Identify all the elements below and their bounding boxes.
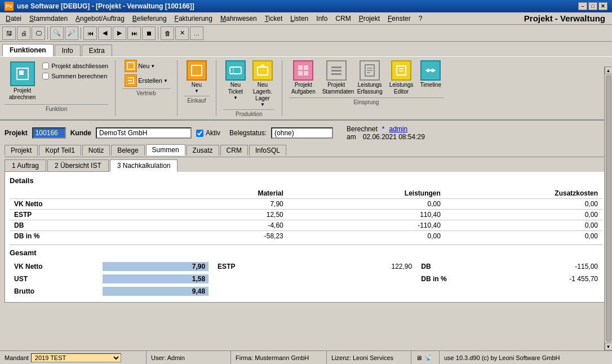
neu-lagerb-icon <box>252 60 273 81</box>
kunde-name-input[interactable] <box>96 127 192 139</box>
toolbar-stop[interactable]: ⏹ <box>142 26 156 40</box>
scrollbar[interactable]: ▲ ▼ <box>604 66 612 350</box>
projekt-nr-input[interactable] <box>32 127 66 139</box>
tab-extra[interactable]: Extra <box>82 45 112 56</box>
projekt-aufgaben-button[interactable]: ProjektAufgaben <box>289 59 318 96</box>
menu-fakturierung[interactable]: Fakturierung <box>171 14 216 24</box>
aktiv-label: Aktiv <box>206 129 220 137</box>
sub-tab-infosql[interactable]: InfoSQL <box>249 145 286 156</box>
status-lizenz: Lizenz: Leoni Services <box>327 351 411 364</box>
toolbar-close[interactable]: ✕ <box>175 26 189 40</box>
menu-help[interactable]: ? <box>415 14 426 24</box>
row-vknetto-label: VK Netto <box>10 199 131 210</box>
sub-tab-kopf-teil1[interactable]: Kopf Teil1 <box>39 145 81 156</box>
leistungs-erfassung-button[interactable]: LeistungsErfassung <box>355 59 385 96</box>
vertrieb-neu-button[interactable]: Neu ▼ <box>122 59 170 73</box>
projekt-abrechnen-button[interactable]: Projektabrechnen <box>5 59 40 103</box>
status-firma: Firma: Mustermann GmbH <box>231 351 327 364</box>
menu-belieferung[interactable]: Belieferung <box>129 14 170 24</box>
toolbar-next[interactable]: ▶ <box>113 26 126 40</box>
svg-rect-2 <box>127 63 134 69</box>
toolbar-more[interactable]: … <box>190 26 203 40</box>
scroll-up-arrow[interactable]: ▲ <box>605 66 613 74</box>
projekt-aufgaben-icon <box>293 60 313 81</box>
ribbon-checkboxes: Projekt abschliessen Summen berechnen <box>42 63 108 79</box>
svg-rect-4 <box>192 65 202 76</box>
svg-rect-19 <box>397 66 406 75</box>
brutto-value: 9,48 <box>103 287 209 296</box>
inner-tab-nachkalkulation[interactable]: 3 Nachkalkulation <box>110 159 178 172</box>
toolbar-btn-3[interactable]: 🖵 <box>32 26 45 40</box>
sub-tab-crm[interactable]: CRM <box>220 145 248 156</box>
status-icon-1: 🖥 <box>416 354 422 361</box>
sub-tab-bar: Projekt Kopf Teil1 Notiz Belege Summen Z… <box>5 143 607 157</box>
svg-rect-9 <box>304 65 308 70</box>
toolbar: 🖫 🖨 🖵 🔍 🔎 ⏮ ◀ ▶ ⏭ ⏹ 🗑 ✕ … <box>0 25 612 42</box>
chevron-icon-1: ▼ <box>150 64 155 69</box>
svg-rect-12 <box>331 66 342 68</box>
svg-rect-14 <box>331 73 342 75</box>
leistungs-editor-label: LeistungsEditor <box>389 82 414 95</box>
vertrieb-erstellen-button[interactable]: Erstellen ▼ <box>122 74 170 87</box>
brutto-label: Brutto <box>10 285 98 298</box>
menu-fenster[interactable]: Fenster <box>384 14 414 24</box>
inner-tab-auftrag[interactable]: 1 Auftrag <box>5 159 46 172</box>
restore-button[interactable]: □ <box>588 2 597 10</box>
aktiv-checkbox[interactable] <box>196 130 203 137</box>
toolbar-btn-1[interactable]: 🖫 <box>2 26 16 40</box>
minimize-button[interactable]: – <box>578 2 587 10</box>
close-button[interactable]: ✕ <box>598 2 607 10</box>
menu-stammdaten[interactable]: Stammdaten <box>26 14 71 24</box>
row-db-label: DB <box>10 220 131 231</box>
sub-tab-belege[interactable]: Belege <box>111 145 144 156</box>
gesamt-section-title: Gesamt <box>10 248 602 257</box>
menu-mahnwesen[interactable]: Mahnwesen <box>217 14 260 24</box>
toolbar-zoom[interactable]: 🔎 <box>65 26 78 40</box>
menu-listen[interactable]: Listen <box>287 14 312 24</box>
checkbox-projekt-abschliessen[interactable]: Projekt abschliessen <box>42 63 108 69</box>
leistungs-editor-button[interactable]: LeistungsEditor <box>387 59 416 96</box>
admin-link[interactable]: admin <box>389 125 407 133</box>
belegstatus-input[interactable] <box>271 127 333 139</box>
svg-rect-1 <box>19 70 24 75</box>
checkbox-summen-berechnen[interactable]: Summen berechnen <box>42 73 108 79</box>
tab-info[interactable]: Info <box>55 45 81 56</box>
tab-funktionen[interactable]: Funktionen <box>2 44 54 56</box>
toolbar-last[interactable]: ⏭ <box>127 26 141 40</box>
scroll-thumb[interactable] <box>606 76 611 341</box>
einkauf-neu-button[interactable]: Neu ▼ <box>184 59 209 95</box>
checkbox-summen-berechnen-input[interactable] <box>42 73 49 79</box>
menu-crm[interactable]: CRM <box>332 14 354 24</box>
toolbar-prev[interactable]: ◀ <box>98 26 112 40</box>
menu-angebot-auftrag[interactable]: Angebot/Auftrag <box>72 14 128 24</box>
ribbon-tab-bar: Funktionen Info Extra <box>0 42 612 56</box>
scroll-down-arrow[interactable]: ▼ <box>605 343 613 350</box>
toolbar-delete[interactable]: 🗑 <box>161 26 174 40</box>
menu-projekt[interactable]: Projekt <box>356 14 383 24</box>
chevron-icon-4: ▼ <box>233 95 238 100</box>
sub-tab-projekt[interactable]: Projekt <box>5 145 38 156</box>
toolbar-first[interactable]: ⏮ <box>83 26 97 40</box>
checkbox-projekt-abschliessen-input[interactable] <box>42 63 49 69</box>
produktion-label: Produktion <box>223 109 275 117</box>
neu-lagerb-button[interactable]: NeuLagerb.Lager ▼ <box>250 59 275 108</box>
einkauf-label: Einkauf <box>184 96 209 104</box>
menu-ticket[interactable]: Ticket <box>261 14 286 24</box>
menu-info[interactable]: Info <box>313 14 331 24</box>
sub-tab-summen[interactable]: Summen <box>146 144 185 156</box>
neu-ticket-button[interactable]: NeuTicket ▼ <box>223 59 248 108</box>
projekt-abrechnen-label: Projektabrechnen <box>9 87 36 101</box>
toolbar-search[interactable]: 🔍 <box>50 26 64 40</box>
menu-datei[interactable]: Datei <box>2 14 25 24</box>
sub-tab-zusatz[interactable]: Zusatz <box>187 145 219 156</box>
mandant-select[interactable]: 2019 TEST <box>31 353 121 362</box>
projekt-aufgaben-label: ProjektAufgaben <box>291 82 316 95</box>
col-header-zusatzkosten: Zusatzkosten <box>445 188 602 199</box>
toolbar-btn-2[interactable]: 🖨 <box>17 26 30 40</box>
sub-tab-notiz[interactable]: Notiz <box>82 145 110 156</box>
projekt-stammdaten-button[interactable]: ProjektStammdaten <box>320 59 353 96</box>
inner-tab-uebersicht[interactable]: 2 Übersicht IST <box>47 159 109 172</box>
timeline-button[interactable]: Timeline <box>418 59 444 96</box>
gesamt-table: VK Netto 7,90 ESTP 122,90 DB -115,00 UST… <box>10 260 602 298</box>
vknetto-label: VK Netto <box>10 260 98 273</box>
